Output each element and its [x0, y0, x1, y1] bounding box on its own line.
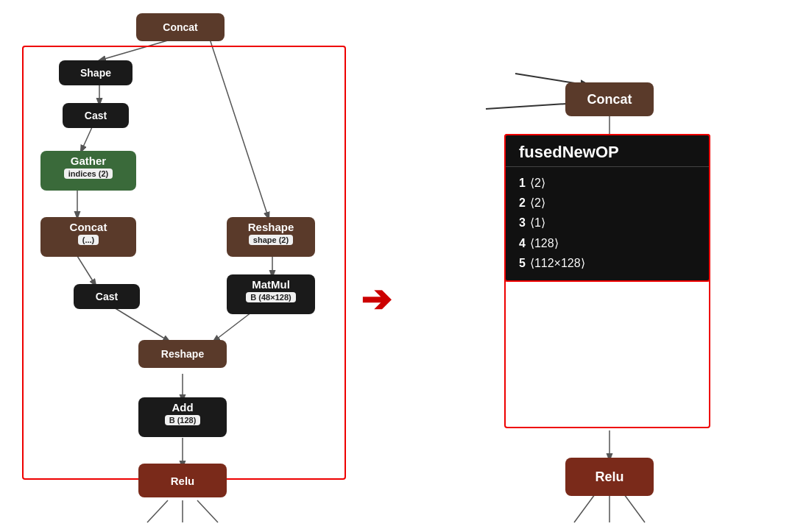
concat-mid-sublabel: (...)	[78, 235, 99, 245]
fused-item-5: 5⟨112×128⟩	[519, 253, 696, 273]
fused-item-3: 3⟨1⟩	[519, 213, 696, 233]
node-reshape1: Reshape shape (2)	[227, 217, 315, 257]
node-matmul: MatMul B (48×128)	[227, 274, 315, 314]
node-reshape2: Reshape	[138, 340, 227, 368]
node-concat-right: Concat	[565, 82, 654, 116]
node-relu-right: Relu	[565, 458, 654, 496]
add-sublabel: B (128)	[165, 415, 201, 425]
node-add: Add B (128)	[138, 397, 227, 437]
fused-item-4: 4⟨128⟩	[519, 233, 696, 253]
fused-item-2: 2⟨2⟩	[519, 193, 696, 213]
fused-item-1: 1⟨2⟩	[519, 173, 696, 193]
node-concat-mid: Concat (...)	[40, 217, 136, 257]
svg-line-20	[624, 494, 645, 522]
svg-line-18	[574, 494, 595, 522]
matmul-sublabel: B (48×128)	[246, 292, 295, 302]
node-cast2: Cast	[74, 284, 140, 309]
diagram-container: Concat Shape Cast Gather indices (2) Con…	[0, 0, 795, 532]
node-concat-top: Concat	[136, 13, 225, 41]
fused-title: fusedNewOP	[506, 135, 709, 167]
node-shape: Shape	[59, 60, 132, 85]
fused-items: 1⟨2⟩ 2⟨2⟩ 3⟨1⟩ 4⟨128⟩ 5⟨112×128⟩	[506, 167, 709, 280]
svg-line-11	[147, 500, 168, 522]
fused-newop-box: fusedNewOP 1⟨2⟩ 2⟨2⟩ 3⟨1⟩ 4⟨128⟩ 5⟨112×1…	[504, 134, 710, 282]
node-relu-left: Relu	[138, 464, 227, 497]
fusion-arrow: ➔	[361, 278, 392, 321]
node-gather: Gather indices (2)	[40, 151, 136, 191]
svg-line-15	[486, 103, 578, 109]
node-cast1: Cast	[63, 103, 129, 128]
gather-sublabel: indices (2)	[64, 169, 113, 179]
reshape1-sublabel: shape (2)	[249, 235, 293, 245]
svg-line-13	[197, 500, 218, 522]
